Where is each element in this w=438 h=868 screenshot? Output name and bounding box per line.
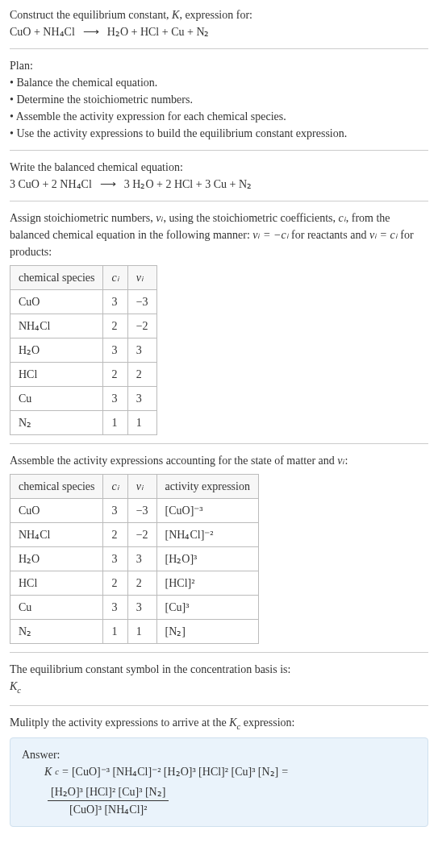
fraction-denominator: [CuO]³ [NH₄Cl]²	[66, 801, 150, 818]
table-row: N₂11	[10, 411, 157, 435]
cell-activity: [Cu]³	[156, 596, 258, 620]
cell-activity: [N₂]	[156, 620, 258, 644]
conc-basis-line: The equilibrium constant symbol in the c…	[10, 661, 428, 678]
divider	[10, 705, 428, 706]
balanced-arrow-icon: ⟶	[100, 176, 116, 193]
table-row: CuO3−3[CuO]⁻³	[10, 499, 259, 523]
Kc-K: K	[10, 680, 17, 692]
Kc-sub: c	[17, 686, 21, 695]
prompt-reaction: CuO + NH₄Cl ⟶ H₂O + HCl + Cu + N₂	[10, 23, 428, 40]
conc-basis-symbol: Kc	[10, 678, 428, 697]
prompt-K: K	[172, 9, 179, 21]
balanced-equation: 3 CuO + 2 NH₄Cl ⟶ 3 H₂O + 2 HCl + 3 Cu +…	[10, 176, 428, 193]
answer-box: Answer: Kc = [CuO]⁻³ [NH₄Cl]⁻² [H₂O]³ [H…	[10, 737, 428, 827]
multiply-text-b: expression:	[240, 716, 294, 729]
col-ci: cᵢ	[103, 266, 127, 290]
stoich-eq1: νᵢ = −cᵢ	[252, 229, 288, 241]
eq-sign-2: =	[282, 763, 288, 780]
cell-ci: 3	[103, 547, 127, 571]
cell-nui: 3	[127, 338, 156, 363]
answer-equation: Kc = [CuO]⁻³ [NH₄Cl]⁻² [H₂O]³ [HCl]² [Cu…	[22, 763, 416, 818]
conc-basis-block: The equilibrium constant symbol in the c…	[10, 661, 428, 697]
table-header-row: chemical species cᵢ νᵢ	[10, 266, 157, 290]
cell-ci: 2	[103, 523, 127, 547]
plan-bullet-3: • Assemble the activity expression for e…	[10, 108, 428, 125]
cell-ci: 2	[103, 314, 127, 338]
stoich-text-b: , using the stoichiometric coefficients,	[163, 212, 338, 224]
stoich-c-i: cᵢ	[339, 212, 346, 224]
multiply-Kc-K: K	[229, 716, 236, 729]
activity-table: chemical species cᵢ νᵢ activity expressi…	[10, 474, 259, 644]
col-species: chemical species	[10, 475, 103, 499]
cell-species: Cu	[10, 387, 103, 411]
table-header-row: chemical species cᵢ νᵢ activity expressi…	[10, 475, 259, 499]
answer-label: Answer:	[22, 746, 416, 763]
cell-nui: −3	[127, 290, 156, 314]
activity-title-a: Assemble the activity expressions accoun…	[10, 455, 337, 467]
prompt-text-a: Construct the equilibrium constant,	[10, 9, 172, 21]
eq-sign-1: =	[62, 763, 69, 780]
cell-nui: 3	[127, 596, 156, 620]
cell-species: HCl	[10, 571, 103, 596]
cell-ci: 3	[103, 290, 127, 314]
cell-species: N₂	[10, 411, 103, 435]
divider	[10, 48, 428, 49]
stoich-eq2: νᵢ = cᵢ	[369, 229, 398, 241]
plan-bullet-4: • Use the activity expressions to build …	[10, 125, 428, 142]
stoich-block: Assign stoichiometric numbers, νᵢ, using…	[10, 210, 428, 435]
plan-block: Plan: • Balance the chemical equation. •…	[10, 57, 428, 142]
activity-nu-i: νᵢ	[337, 455, 344, 467]
cell-species: HCl	[10, 363, 103, 387]
stoich-text-a: Assign stoichiometric numbers,	[10, 212, 156, 224]
table-row: NH₄Cl2−2	[10, 314, 157, 338]
cell-ci: 1	[103, 620, 127, 644]
answer-Kc-sub: c	[55, 766, 59, 779]
answer-Kc-K: K	[44, 763, 52, 780]
reaction-rhs: H₂O + HCl + Cu + N₂	[107, 23, 210, 40]
cell-ci: 3	[103, 338, 127, 363]
table-row: HCl22	[10, 363, 157, 387]
cell-ci: 3	[103, 499, 127, 523]
cell-species: H₂O	[10, 338, 103, 363]
reaction-arrow-icon: ⟶	[83, 23, 99, 40]
activity-block: Assemble the activity expressions accoun…	[10, 452, 428, 644]
cell-species: CuO	[10, 499, 103, 523]
activity-title: Assemble the activity expressions accoun…	[10, 452, 428, 469]
col-nui: νᵢ	[127, 266, 156, 290]
reaction-lhs: CuO + NH₄Cl	[10, 23, 75, 40]
prompt-line1: Construct the equilibrium constant, K, e…	[10, 6, 428, 23]
col-nui: νᵢ	[127, 475, 156, 499]
stoich-intro: Assign stoichiometric numbers, νᵢ, using…	[10, 210, 428, 260]
activity-title-b: :	[345, 455, 348, 467]
cell-activity: [HCl]²	[156, 571, 258, 596]
cell-ci: 2	[103, 571, 127, 596]
divider	[10, 443, 428, 444]
cell-species: NH₄Cl	[10, 314, 103, 338]
plan-bullet-2: • Determine the stoichiometric numbers.	[10, 91, 428, 108]
stoich-table: chemical species cᵢ νᵢ CuO3−3 NH₄Cl2−2 H…	[10, 265, 157, 435]
table-row: CuO3−3	[10, 290, 157, 314]
divider	[10, 652, 428, 653]
cell-nui: 3	[127, 547, 156, 571]
table-row: H₂O33	[10, 338, 157, 363]
cell-species: NH₄Cl	[10, 523, 103, 547]
cell-activity: [CuO]⁻³	[156, 499, 258, 523]
multiply-line: Mulitply the activity expressions to arr…	[10, 714, 428, 733]
cell-ci: 1	[103, 411, 127, 435]
table-row: N₂11[N₂]	[10, 620, 259, 644]
cell-activity: [H₂O]³	[156, 547, 258, 571]
cell-nui: 2	[127, 363, 156, 387]
cell-nui: 2	[127, 571, 156, 596]
cell-ci: 2	[103, 363, 127, 387]
cell-activity: [NH₄Cl]⁻²	[156, 523, 258, 547]
cell-nui: −2	[127, 314, 156, 338]
balanced-rhs: 3 H₂O + 2 HCl + 3 Cu + N₂	[124, 176, 252, 193]
cell-species: Cu	[10, 596, 103, 620]
divider	[10, 150, 428, 151]
prompt-block: Construct the equilibrium constant, K, e…	[10, 6, 428, 40]
cell-nui: −3	[127, 499, 156, 523]
plan-bullet-1: • Balance the chemical equation.	[10, 74, 428, 91]
fraction-numerator: [H₂O]³ [HCl]² [Cu]³ [N₂]	[48, 783, 169, 801]
answer-flat-product: [CuO]⁻³ [NH₄Cl]⁻² [H₂O]³ [HCl]² [Cu]³ [N…	[72, 763, 278, 780]
table-row: H₂O33[H₂O]³	[10, 547, 259, 571]
